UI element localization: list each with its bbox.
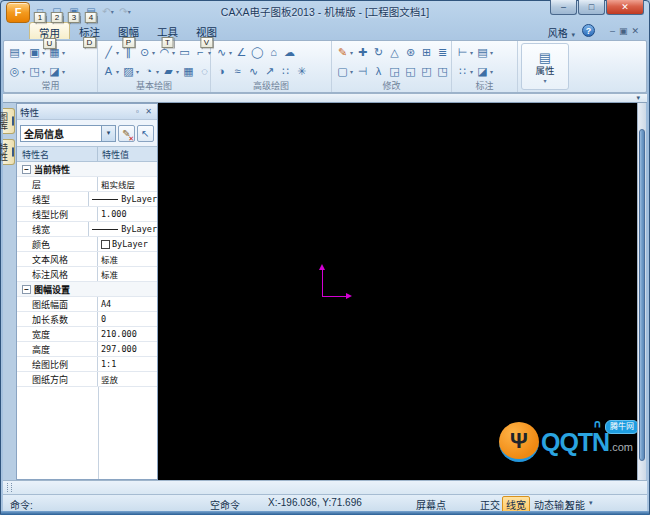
property-row[interactable]: 颜色ByLayer <box>17 237 157 252</box>
snap-mode[interactable]: 屏幕点 <box>416 497 446 512</box>
clear-edit-button[interactable]: ✎✕ <box>118 125 135 142</box>
dimension-text-icon[interactable]: ▤▾ <box>475 45 494 60</box>
hatch-icon[interactable]: ▨▾ <box>121 64 140 79</box>
tab-sheet[interactable]: 图幅P <box>109 22 148 39</box>
side-tab-properties[interactable]: 特性 <box>3 139 15 165</box>
minimize-button[interactable]: – <box>550 0 577 15</box>
zoom-icon[interactable]: ◎▾ <box>7 64 26 79</box>
formula-curve-icon[interactable]: ◑ <box>214 64 229 79</box>
break-icon[interactable]: ◰ <box>419 64 434 79</box>
double-line-icon[interactable]: ∿ <box>246 64 261 79</box>
close-button[interactable]: ✕ <box>606 0 644 15</box>
mirror-icon[interactable]: △ <box>387 45 402 60</box>
chamfer-icon[interactable]: ◱ <box>403 64 418 79</box>
extend-icon[interactable]: λ <box>371 64 386 79</box>
move-icon[interactable]: ✚ <box>355 45 370 60</box>
circle-icon[interactable]: ⊙▾ <box>137 45 156 60</box>
rectangle-icon[interactable]: ▭ <box>177 45 192 60</box>
property-group-row[interactable]: −图幅设置 <box>17 282 157 297</box>
block-icon[interactable]: ▰▾ <box>161 64 180 79</box>
open-button[interactable]: ◱2 <box>49 3 65 19</box>
canvas-options-arrow-icon[interactable]: ▾ <box>636 94 640 102</box>
ellipse-icon[interactable]: ◔▾ <box>141 64 160 79</box>
undo-button[interactable]: ↶▾ <box>100 3 116 19</box>
scrollbar-thumb[interactable] <box>639 129 645 461</box>
properties-button[interactable]: ▤ 属性 ▾ <box>521 43 569 90</box>
wave-line-icon[interactable]: ≈ <box>230 64 245 79</box>
command-bar[interactable] <box>3 480 647 494</box>
scope-select[interactable]: 全局信息 ▾ <box>20 125 116 142</box>
property-row[interactable]: 标注风格标准 <box>17 267 157 282</box>
redo-button[interactable]: ↷▾ <box>117 3 133 19</box>
polygon-icon[interactable]: ⌂ <box>266 45 281 60</box>
app-menu-button[interactable]: F <box>6 2 30 23</box>
coordinate-dimension-icon[interactable]: ∷▾ <box>455 64 474 79</box>
drag-grip-icon[interactable] <box>7 483 12 492</box>
point-array-icon[interactable]: ∷ <box>278 64 293 79</box>
gear-icon[interactable]: ✳ <box>294 64 309 79</box>
tab-dimension[interactable]: 标注D <box>70 22 109 39</box>
property-row[interactable]: 绘图比例1:1 <box>17 357 157 372</box>
oval-icon[interactable]: ◯ <box>250 45 265 60</box>
dropdown-arrow-icon[interactable]: ▾ <box>589 499 593 507</box>
help-icon[interactable]: ? <box>582 24 595 37</box>
grid-icon[interactable]: ▦ <box>181 64 196 79</box>
property-value[interactable]: 1.000 <box>98 207 157 221</box>
revision-cloud-icon[interactable]: ☁ <box>282 45 297 60</box>
property-value[interactable]: 粗实线层 <box>98 177 157 191</box>
spline-icon[interactable]: ∿▾ <box>214 45 233 60</box>
text-icon[interactable]: A▾ <box>101 64 120 79</box>
property-row[interactable]: 层粗实线层 <box>17 177 157 192</box>
part-library-icon[interactable]: ◳▾ <box>27 64 46 79</box>
property-row[interactable]: 高度297.000 <box>17 342 157 357</box>
tab-home[interactable]: 常用U <box>29 22 70 39</box>
fillet-icon[interactable]: ◲ <box>387 64 402 79</box>
property-row[interactable]: 图纸方向竖放 <box>17 372 157 387</box>
toggle-smart[interactable]: 智能 <box>565 497 585 512</box>
property-row[interactable]: 线型ByLayer <box>17 192 157 207</box>
line-icon[interactable]: ╱▾ <box>101 45 120 60</box>
dimension-edit-icon[interactable]: ◪▾ <box>475 64 494 79</box>
explode-icon[interactable]: ◳ <box>435 64 450 79</box>
point-icon[interactable]: ◌ <box>197 64 212 79</box>
chevron-down-icon[interactable]: ▾ <box>101 126 115 141</box>
property-value[interactable]: 标准 <box>98 252 157 266</box>
side-tab-library[interactable]: 图库 <box>3 108 15 134</box>
property-row[interactable]: 图纸幅面A4 <box>17 297 157 312</box>
property-group-row[interactable]: −当前特性 <box>17 162 157 177</box>
offset-icon[interactable]: ≣ <box>435 45 450 60</box>
save-button[interactable]: ▣3 <box>66 3 82 19</box>
rotate-icon[interactable]: ↻ <box>371 45 386 60</box>
property-value[interactable]: ByLayer <box>89 192 157 206</box>
panel-close-button[interactable]: ✕ <box>143 106 154 117</box>
arrow-icon[interactable]: ↗ <box>262 64 277 79</box>
mdi-restore-button[interactable]: ▣ <box>619 26 628 36</box>
toggle-ortho[interactable]: 正交 <box>480 497 500 512</box>
property-value[interactable]: ByLayer <box>89 222 157 236</box>
property-value[interactable]: 竖放 <box>98 372 157 386</box>
property-row[interactable]: 线型比例1.000 <box>17 207 157 222</box>
erase-icon[interactable]: ✎▾ <box>335 45 354 60</box>
property-row[interactable]: 宽度210.000 <box>17 327 157 342</box>
mdi-minimize-button[interactable]: – <box>610 26 615 36</box>
panel-pin-icon[interactable]: ▫ <box>132 106 143 117</box>
pick-object-button[interactable]: ↖ <box>137 125 154 142</box>
property-row[interactable]: 加长系数0 <box>17 312 157 327</box>
tab-tools[interactable]: 工具T <box>148 22 187 39</box>
property-value[interactable]: 标准 <box>98 267 157 281</box>
angle-line-icon[interactable]: ∠ <box>234 45 249 60</box>
property-value[interactable]: 1:1 <box>98 357 157 371</box>
property-value[interactable]: A4 <box>98 297 157 311</box>
trim-icon[interactable]: ⊣ <box>355 64 370 79</box>
dimension-icon[interactable]: ⊢▾ <box>455 45 474 60</box>
command-prompt[interactable]: 命令: <box>10 497 33 512</box>
property-row[interactable]: 线宽ByLayer <box>17 222 157 237</box>
property-row[interactable]: 文本风格标准 <box>17 252 157 267</box>
mdi-close-button[interactable]: ✕ <box>631 26 639 36</box>
paste-icon[interactable]: ▤▾ <box>7 45 26 60</box>
crop-icon[interactable]: ▢▾ <box>335 64 354 79</box>
circular-array-icon[interactable]: ⊛ <box>403 45 418 60</box>
print-button[interactable]: ▤4 <box>83 3 99 19</box>
property-value[interactable]: 297.000 <box>98 342 157 356</box>
property-value[interactable]: 210.000 <box>98 327 157 341</box>
